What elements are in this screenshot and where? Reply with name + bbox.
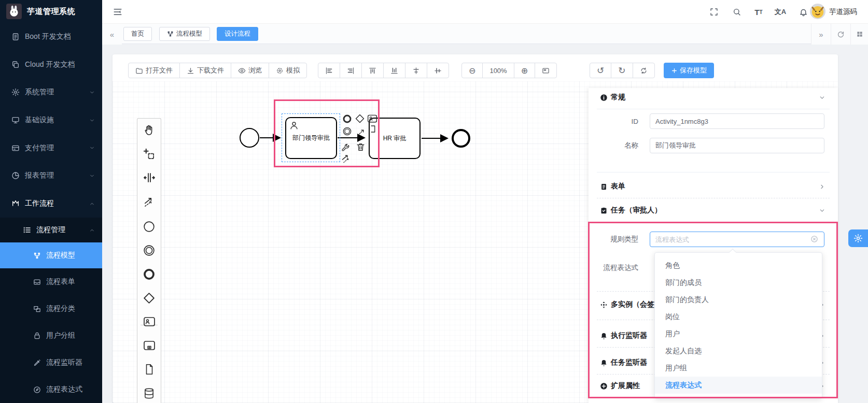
search-icon[interactable] bbox=[731, 6, 743, 18]
zoom-level[interactable]: 100% bbox=[482, 63, 513, 78]
zoom-out-button[interactable]: ⊖ bbox=[462, 63, 482, 78]
context-pad-append-text-annotation[interactable] bbox=[357, 127, 366, 137]
logo-row[interactable]: 芋道管理系统 bbox=[0, 0, 102, 23]
rule-type-label: 规则类型 bbox=[589, 235, 645, 244]
user-task-dept-leader[interactable]: 部门领导审批 bbox=[285, 117, 337, 159]
chevron-right-icon bbox=[819, 183, 825, 190]
dropdown-option-user-group[interactable]: 用户组 bbox=[655, 359, 822, 377]
app-root: 芋道管理系统 Boot 开发文档 Cloud 开发文档 系统管理 基础设施 支付… bbox=[0, 0, 868, 403]
sidebar-item-process-category[interactable]: 流程分类 bbox=[0, 295, 102, 322]
tabs-menu-grid-icon[interactable] bbox=[850, 24, 868, 45]
fit-viewport-button[interactable] bbox=[535, 63, 556, 78]
sidebar-item-system[interactable]: 系统管理 bbox=[0, 78, 102, 106]
tab-home[interactable]: 首页 bbox=[123, 27, 152, 41]
id-input[interactable] bbox=[650, 113, 824, 129]
language-icon[interactable]: 文A bbox=[774, 6, 787, 18]
sidebar-item-boot-docs[interactable]: Boot 开发文档 bbox=[0, 23, 102, 51]
dropdown-option-dept-member[interactable]: 部门的成员 bbox=[655, 274, 822, 291]
info-icon bbox=[600, 94, 608, 102]
create-start-event[interactable] bbox=[137, 216, 161, 237]
context-pad-delete-icon[interactable] bbox=[356, 142, 366, 152]
global-connect-tool[interactable] bbox=[137, 191, 161, 212]
tabs-refresh-icon[interactable] bbox=[831, 24, 850, 45]
model-icon bbox=[33, 252, 41, 260]
sidebar-item-pay[interactable]: 支付管理 bbox=[0, 134, 102, 162]
dropdown-option-initiator-select[interactable]: 发起人自选 bbox=[655, 342, 822, 359]
sidebar-item-infra[interactable]: 基础设施 bbox=[0, 106, 102, 134]
sidebar-item-process-mgmt[interactable]: 流程管理 bbox=[0, 218, 102, 242]
tabs-scroll-right-icon[interactable]: » bbox=[811, 24, 831, 45]
align-bottom-button[interactable] bbox=[383, 63, 405, 78]
context-pad-connect-icon[interactable] bbox=[341, 154, 351, 164]
simulate-button[interactable]: 模拟 bbox=[269, 63, 306, 78]
sidebar-item-report[interactable]: 报表管理 bbox=[0, 162, 102, 190]
save-model-button[interactable]: 保存模型 bbox=[664, 63, 714, 78]
create-end-event[interactable] bbox=[137, 264, 161, 284]
dropdown-option-post[interactable]: 岗位 bbox=[655, 308, 822, 325]
username[interactable]: 芋道源码 bbox=[829, 7, 857, 17]
sidebar-item-process-expression[interactable]: 流程表达式 bbox=[0, 376, 102, 403]
end-event[interactable] bbox=[452, 129, 470, 148]
toolbar-align-group bbox=[318, 63, 449, 78]
sidebar-item-user-group[interactable]: 用户分组 bbox=[0, 322, 102, 349]
create-user-task[interactable] bbox=[137, 311, 161, 332]
zoom-in-button[interactable]: ⊕ bbox=[514, 63, 535, 78]
rule-type-select[interactable] bbox=[650, 232, 824, 247]
section-general[interactable]: 常规 bbox=[600, 90, 827, 105]
user-avatar[interactable] bbox=[810, 4, 825, 19]
settings-fab-gear-icon[interactable] bbox=[848, 229, 868, 247]
lasso-tool[interactable] bbox=[137, 143, 161, 164]
minimap-icon bbox=[542, 67, 550, 75]
notification-bell-icon[interactable] bbox=[797, 6, 809, 18]
dropdown-option-process-expression[interactable]: 流程表达式 bbox=[655, 377, 822, 394]
sidebar-item-process-listener[interactable]: 流程监听器 bbox=[0, 349, 102, 376]
section-form[interactable]: 表单 bbox=[600, 179, 827, 194]
card-icon bbox=[11, 144, 20, 152]
chevron-down-icon bbox=[89, 118, 95, 123]
space-tool[interactable] bbox=[137, 167, 161, 188]
align-right-button[interactable] bbox=[340, 63, 361, 78]
fullscreen-icon[interactable] bbox=[708, 6, 720, 18]
context-pad-append-gateway[interactable] bbox=[355, 113, 365, 124]
user-task-hr[interactable]: HR 审批 bbox=[369, 118, 421, 159]
create-data-store[interactable] bbox=[137, 383, 161, 403]
create-subprocess[interactable] bbox=[137, 335, 161, 356]
context-pad-annotation-bracket[interactable] bbox=[368, 124, 377, 134]
clear-icon[interactable] bbox=[810, 235, 818, 243]
redo-button[interactable]: ↻ bbox=[611, 63, 632, 78]
tabs-scroll-left-icon[interactable]: « bbox=[102, 24, 122, 45]
tab-design-process[interactable]: 设计流程 bbox=[217, 27, 258, 41]
align-left-button[interactable] bbox=[318, 63, 340, 78]
hand-tool[interactable] bbox=[137, 120, 161, 140]
font-size-icon[interactable]: TT bbox=[752, 6, 765, 18]
undo-button[interactable]: ↺ bbox=[590, 63, 611, 78]
sidebar-collapse-icon[interactable] bbox=[111, 6, 124, 18]
create-gateway[interactable] bbox=[137, 287, 161, 308]
name-input[interactable] bbox=[650, 138, 824, 153]
start-event[interactable] bbox=[240, 128, 259, 148]
context-pad-append-task[interactable] bbox=[367, 113, 377, 124]
dropdown-option-dept-leader[interactable]: 部门的负责人 bbox=[655, 291, 822, 308]
section-task-assignee[interactable]: 任务（审批人） bbox=[600, 203, 827, 218]
context-pad-append-end-event[interactable] bbox=[342, 114, 352, 124]
dropdown-option-role[interactable]: 角色 bbox=[655, 257, 822, 274]
sidebar-item-cloud-docs[interactable]: Cloud 开发文档 bbox=[0, 51, 102, 79]
download-file-button[interactable]: 下载文件 bbox=[179, 63, 231, 78]
context-pad-wrench-icon[interactable] bbox=[341, 143, 350, 152]
divider bbox=[597, 172, 830, 172]
create-intermediate-event[interactable] bbox=[137, 240, 161, 261]
align-center-horizontal-button[interactable] bbox=[405, 63, 427, 78]
restart-button[interactable] bbox=[633, 63, 654, 78]
sidebar-item-process-model[interactable]: 流程模型 bbox=[0, 242, 102, 268]
tab-process-model[interactable]: 流程模型 bbox=[159, 27, 210, 41]
align-top-button[interactable] bbox=[361, 63, 383, 78]
align-center-vertical-button[interactable] bbox=[427, 63, 449, 78]
sidebar-item-workflow[interactable]: 工作流程 bbox=[0, 190, 102, 218]
create-data-object[interactable] bbox=[137, 359, 161, 380]
plus-icon bbox=[671, 67, 678, 74]
context-pad-append-intermediate-event[interactable] bbox=[342, 126, 352, 136]
preview-button[interactable]: 浏览 bbox=[231, 63, 269, 78]
open-file-button[interactable]: 打开文件 bbox=[129, 63, 179, 78]
sidebar-item-process-form[interactable]: 流程表单 bbox=[0, 268, 102, 295]
dropdown-option-user[interactable]: 用户 bbox=[655, 325, 822, 342]
